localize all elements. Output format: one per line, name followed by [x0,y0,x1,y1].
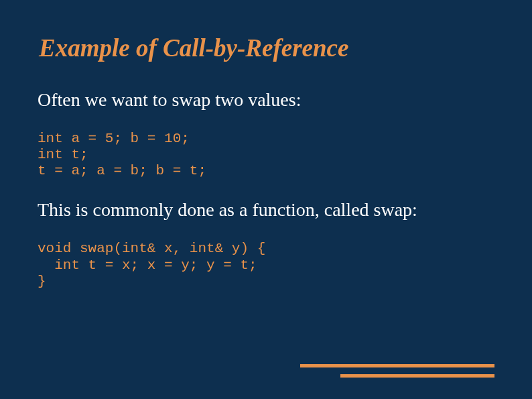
footer-decoration [300,364,494,378]
footer-line-top [300,364,494,367]
slide: Example of Call-by-Reference Often we wa… [0,0,532,399]
code-swap-function: void swap(int& x, int& y) { int t = x; x… [38,241,494,289]
footer-line-bottom [340,374,494,378]
paragraph-swap-func: This is commonly done as a function, cal… [38,199,494,221]
paragraph-intro: Often we want to swap two values: [38,89,494,111]
slide-title: Example of Call-by-Reference [39,34,494,62]
code-declare-swap-inline: int a = 5; b = 10; int t; t = a; a = b; … [38,131,494,179]
